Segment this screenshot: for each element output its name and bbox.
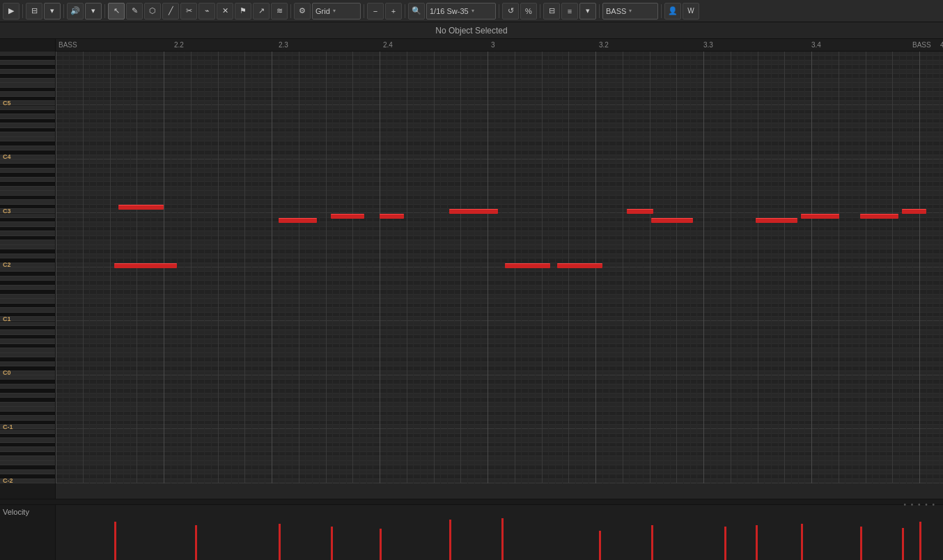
save-dropdown[interactable]: ▾ xyxy=(44,3,61,20)
grid-subvline xyxy=(670,52,671,483)
note-0[interactable] xyxy=(118,205,164,210)
grid-subvline xyxy=(265,52,265,483)
track-dropdown[interactable]: BASS ▾ xyxy=(602,3,658,20)
grid-subvline xyxy=(764,52,765,483)
note-7[interactable] xyxy=(651,218,693,223)
grid-subvline xyxy=(332,52,333,483)
save-button[interactable]: ⊟ xyxy=(26,3,42,20)
scrollbar-area: • • • • • xyxy=(0,499,943,504)
pencil-tool[interactable]: ✎ xyxy=(126,3,143,20)
note-2[interactable] xyxy=(331,214,364,219)
velocity-bar-6[interactable] xyxy=(501,518,504,560)
track-name: BASS xyxy=(606,7,626,15)
grid-canvas[interactable] xyxy=(56,52,943,483)
stacked-button[interactable]: ⊟ xyxy=(543,3,560,20)
grid-label: Grid xyxy=(315,7,330,15)
note-6[interactable] xyxy=(627,209,653,214)
line-tool[interactable]: ╱ xyxy=(162,3,179,20)
velocity-bar-9[interactable] xyxy=(724,527,726,560)
note-10[interactable] xyxy=(860,214,898,219)
grid-vline xyxy=(407,52,407,483)
grid-subvline xyxy=(420,52,421,483)
grid-vline xyxy=(272,52,272,483)
velocity-bar-12[interactable] xyxy=(860,527,862,560)
note-14[interactable] xyxy=(505,263,550,268)
zoom-in-button[interactable]: + xyxy=(385,3,402,20)
search-button[interactable]: 🔍 xyxy=(408,3,425,20)
scissors-tool[interactable]: ✂ xyxy=(180,3,197,20)
grid-subvline xyxy=(373,52,373,483)
note-13[interactable] xyxy=(114,263,177,268)
velocity-bar-3[interactable] xyxy=(331,527,333,560)
velocity-bar-8[interactable] xyxy=(651,525,653,560)
note-3[interactable] xyxy=(380,214,404,219)
grid-vline xyxy=(919,52,920,483)
velocity-bar-2[interactable] xyxy=(279,524,281,560)
user-button[interactable]: 👤 xyxy=(664,3,681,20)
grid-subvline xyxy=(832,52,832,483)
loop-button[interactable]: ↺ xyxy=(502,3,519,20)
piano-key-C-2[interactable]: C-2 xyxy=(0,479,55,483)
wrench-button[interactable]: ⚙ xyxy=(294,3,311,20)
velocity-bar-10[interactable] xyxy=(756,525,758,560)
grid-subvline xyxy=(494,52,495,483)
grid-subvline xyxy=(231,52,232,483)
sep10 xyxy=(661,4,662,18)
grid-subvline xyxy=(852,52,852,483)
zoom-out-button[interactable]: − xyxy=(367,3,384,20)
grid-container[interactable]: BASS2.22.32.433.23.33.4BASS4 xyxy=(56,39,943,499)
grid-subvline xyxy=(279,52,279,483)
velocity-label: Velocity xyxy=(3,508,29,516)
w-button[interactable]: W xyxy=(683,3,699,20)
layers-button[interactable]: ≡ xyxy=(561,3,578,20)
note-1[interactable] xyxy=(279,218,317,223)
note-4[interactable] xyxy=(449,209,498,214)
grid-subvline xyxy=(751,52,751,483)
note-8[interactable] xyxy=(756,218,797,223)
grid-subvline xyxy=(285,52,286,483)
layers-dropdown[interactable]: ▾ xyxy=(579,3,596,20)
grid-vline xyxy=(488,52,488,483)
velocity-bar-4[interactable] xyxy=(380,529,382,560)
velocity-bar-5[interactable] xyxy=(449,520,451,560)
glue-tool[interactable]: ⌁ xyxy=(198,3,215,20)
percent-button[interactable]: % xyxy=(520,3,537,20)
grid-subvline xyxy=(737,52,738,483)
wave-tool[interactable]: ≋ xyxy=(271,3,288,20)
velocity-bar-1[interactable] xyxy=(195,525,197,560)
note-11[interactable] xyxy=(902,209,926,214)
grid-subvline xyxy=(710,52,711,483)
sep4 xyxy=(290,4,291,18)
quantize-dropdown[interactable]: 1/16 Sw-35 ▾ xyxy=(426,3,496,20)
main-area: C5C4C3C2C1C0C-1C-2 BASS2.22.32.433.23.33… xyxy=(0,39,943,560)
flag-tool[interactable]: ⚑ xyxy=(235,3,251,20)
grid-subvline xyxy=(447,52,448,483)
note-5[interactable] xyxy=(557,263,602,268)
velocity-bar-7[interactable] xyxy=(599,531,601,560)
grid-vline xyxy=(758,52,758,483)
grid-header: BASS2.22.32.433.23.33.4BASS4 xyxy=(56,39,943,52)
velocity-bar-0[interactable] xyxy=(114,522,116,560)
arrow-tool[interactable]: ↗ xyxy=(253,3,270,20)
note-9[interactable] xyxy=(801,214,839,219)
beat-label: BASS xyxy=(912,41,931,49)
speaker-dropdown[interactable]: ▾ xyxy=(85,3,102,20)
grid-subvline xyxy=(609,52,609,483)
velocity-bar-13[interactable] xyxy=(902,528,904,560)
mute-tool[interactable]: ✕ xyxy=(217,3,233,20)
eraser-tool[interactable]: ⬡ xyxy=(144,3,161,20)
grid-subvline xyxy=(636,52,637,483)
beat-label: 3.3 xyxy=(703,41,713,49)
velocity-canvas[interactable] xyxy=(56,505,943,560)
velocity-bar-14[interactable] xyxy=(919,522,921,560)
expand-button[interactable]: ▶ xyxy=(3,3,20,20)
grid-vline xyxy=(352,52,353,483)
velocity-bar-11[interactable] xyxy=(801,524,803,560)
speaker-button[interactable]: 🔊 xyxy=(67,3,84,20)
grid-subvline xyxy=(76,52,77,483)
grid-dropdown[interactable]: Grid ▾ xyxy=(312,3,361,20)
piano-keys: C5C4C3C2C1C0C-1C-2 xyxy=(0,39,56,499)
grid-subvline xyxy=(346,52,347,483)
grid-vline xyxy=(839,52,839,483)
cursor-tool[interactable]: ↖ xyxy=(108,3,125,20)
